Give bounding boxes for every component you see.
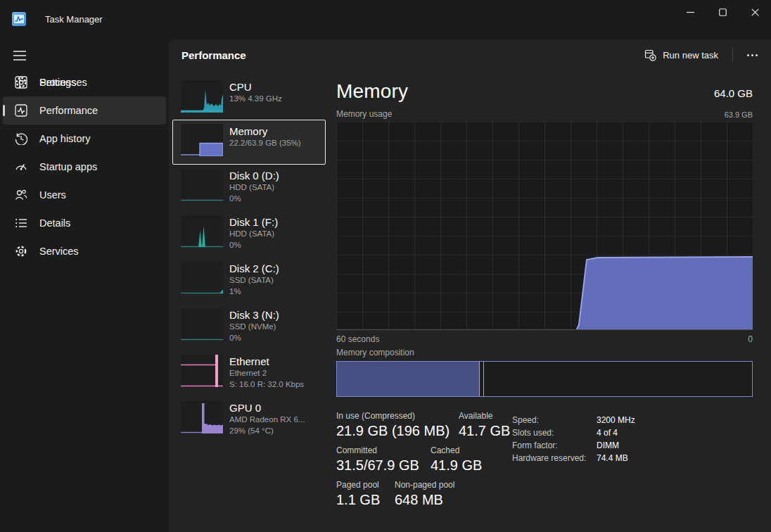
maximize-button[interactable] [706,0,739,24]
resource-name: GPU 0 [229,401,305,414]
time-axis-right: 0 [748,334,753,344]
list-item-ethernet[interactable]: Ethernet Ethernet 2 S: 16.0 R: 32.0 Kbps [172,350,326,397]
hw-value: DIMM [597,439,619,452]
resource-stat: 0% [229,240,278,251]
stat-label: Non-paged pool [395,480,454,490]
list-item-disk3[interactable]: Disk 3 (N:) SSD (NVMe) 0% [172,304,326,350]
run-new-task-button[interactable]: Run new task [637,45,725,65]
stat-label: Cached [431,445,482,455]
usage-chart-label: Memory usage [336,109,392,119]
memory-composition-bar[interactable] [336,361,753,397]
stat-label: Committed [336,445,431,455]
usage-axis-max: 63.9 GB [725,110,753,119]
list-item-cpu[interactable]: CPU 13% 4.39 GHz [172,76,326,120]
stat-value: 31.5/67.9 GB [336,457,431,474]
run-new-task-label: Run new task [663,50,718,61]
composition-separator [483,362,484,396]
close-button[interactable] [739,0,771,24]
sidebar-item-label: Settings [39,77,76,88]
maximize-icon [719,8,727,16]
sidebar: Processes Performance App history Startu… [0,39,169,532]
more-options-button[interactable] [740,45,764,65]
task-manager-app-icon [12,12,26,26]
resource-stat: 22.2/63.9 GB (35%) [229,138,301,149]
gpu0-mini-chart [181,401,223,433]
minimize-button[interactable] [674,0,706,24]
memory-usage-chart[interactable] [336,122,753,330]
stat-label: In use (Compressed) [336,411,459,421]
memory-stats: In use (Compressed) 21.9 GB (196 MB) Ava… [336,411,512,514]
resource-name: Disk 0 (D:) [229,169,279,182]
hw-label: Form factor: [512,439,597,452]
resource-stat: 29% (54 °C) [229,426,305,437]
resource-stat: 1% [229,286,279,298]
resource-stat: S: 16.0 R: 32.0 Kbps [229,379,304,391]
hw-label: Slots used: [512,426,597,439]
page-title: Performance [181,49,246,61]
ethernet-mini-chart [181,355,223,387]
resource-stat: HDD (SATA) [229,182,279,194]
hamburger-icon [13,51,26,61]
stat-value: 21.9 GB (196 MB) [336,423,459,439]
memory-usage-area [336,122,753,330]
resource-stat: 0% [229,333,279,344]
list-item-disk0[interactable]: Disk 0 (D:) HDD (SATA) 0% [172,165,326,211]
composition-label: Memory composition [336,348,414,357]
memory-capacity: 64.0 GB [336,87,753,99]
resource-name: Ethernet [229,355,304,368]
hw-value: 74.4 MB [597,452,628,464]
disk2-mini-chart [181,262,223,294]
list-item-gpu0[interactable]: GPU 0 AMD Radeon RX 6... 29% (54 °C) [172,397,326,443]
time-axis-left: 60 seconds [336,334,379,344]
hardware-info: Speed: 3200 MHz Slots used: 4 of 4 Form … [512,414,635,464]
resource-name: Disk 1 (F:) [229,215,278,229]
panel-header: Performance Run new task [169,39,771,70]
settings-gear-icon [14,75,28,89]
chart-glyph [14,15,24,23]
composition-in-use-segment [337,362,480,396]
ellipsis-icon [747,54,749,56]
resource-name: Disk 3 (N:) [229,308,279,322]
resource-stat: SSD (NVMe) [229,322,279,333]
resource-stat: 13% 4.39 GHz [229,94,282,105]
main-panel: Performance Run new task [169,39,771,532]
hw-value: 3200 MHz [597,414,635,426]
hw-label: Hardware reserved: [512,452,597,464]
header-divider [732,47,733,63]
list-item-disk1[interactable]: Disk 1 (F:) HDD (SATA) 0% [172,211,326,258]
hw-value: 4 of 4 [597,426,618,439]
minimize-icon [687,8,694,16]
resource-name: CPU [229,80,282,94]
list-item-memory[interactable]: Memory 22.2/63.9 GB (35%) [172,120,326,165]
stat-label: Available [459,411,510,421]
stat-value: 648 MB [395,492,454,508]
cpu-mini-chart [181,80,223,113]
resource-stat: HDD (SATA) [229,229,278,240]
resource-stat: SSD (SATA) [229,275,279,286]
stat-value: 41.9 GB [431,457,482,474]
navigation-menu-button[interactable] [9,45,30,66]
close-icon [751,8,759,16]
list-item-disk2[interactable]: Disk 2 (C:) SSD (SATA) 1% [172,258,326,304]
stat-value: 1.1 GB [336,492,395,508]
resource-stat: Ethernet 2 [229,368,304,379]
window-title: Task Manager [45,14,103,25]
stat-label: Paged pool [336,480,395,490]
resource-stat: AMD Radeon RX 6... [229,414,305,426]
stat-value: 41.7 GB [459,423,510,439]
memory-mini-chart [181,124,223,156]
resource-stat: 0% [229,194,279,205]
performance-resource-list: CPU 13% 4.39 GHz Memory 22.2/63.9 GB (35… [172,76,326,443]
sidebar-item-settings[interactable]: Settings [3,68,166,96]
run-new-task-icon [644,49,656,61]
sidebar-footer: Settings [0,68,169,526]
titlebar: Task Manager [0,0,771,39]
resource-name: Memory [229,125,301,138]
hw-label: Speed: [512,414,597,426]
disk1-mini-chart [181,215,223,248]
resource-name: Disk 2 (C:) [229,262,279,275]
disk0-mini-chart [181,169,223,201]
disk3-mini-chart [181,308,223,341]
